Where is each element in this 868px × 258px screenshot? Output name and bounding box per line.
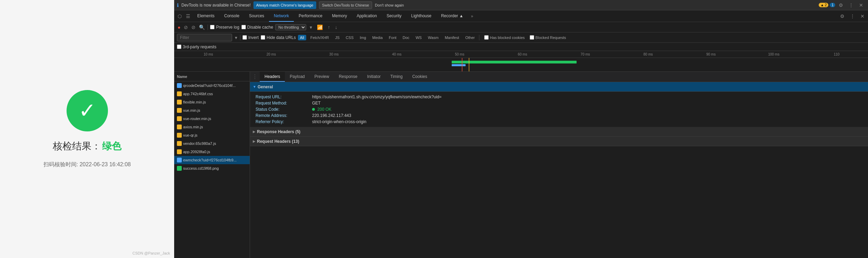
- filter-type-doc[interactable]: Doc: [401, 35, 412, 40]
- tab-application[interactable]: Application: [352, 10, 382, 22]
- filter-type-wasm[interactable]: Wasm: [426, 35, 441, 40]
- timeline-label-80: 80 ms: [617, 52, 679, 56]
- record-icon[interactable]: ●: [177, 24, 181, 31]
- tab-sources[interactable]: Sources: [244, 10, 269, 22]
- tab-network[interactable]: Network: [269, 10, 294, 22]
- stop-icon[interactable]: ⊘: [183, 24, 189, 31]
- filter-input[interactable]: [177, 34, 232, 41]
- file-item-success[interactable]: success.cd19f68.png: [174, 164, 250, 172]
- tab-console[interactable]: Console: [219, 10, 244, 22]
- timeline-graph[interactable]: [174, 58, 868, 71]
- filter-type-js[interactable]: JS: [333, 35, 342, 40]
- file-icon-ewmcheck: [177, 158, 182, 162]
- file-list-header: Name: [174, 72, 250, 81]
- filter-type-css[interactable]: CSS: [344, 35, 356, 40]
- always-match-button[interactable]: Always match Chrome's language: [253, 1, 316, 9]
- dont-show-button[interactable]: Don't show again: [375, 3, 404, 7]
- tab-security[interactable]: Security: [382, 10, 406, 22]
- filter-type-media[interactable]: Media: [370, 35, 385, 40]
- filter-type-img[interactable]: Img: [358, 35, 368, 40]
- filter-divider: [240, 35, 240, 40]
- response-headers-section[interactable]: ▶ Response Headers (5): [250, 127, 868, 137]
- settings-gear-icon[interactable]: ⚙: [838, 13, 847, 19]
- blocked-requests-label[interactable]: Blocked Requests: [530, 35, 566, 40]
- timeline-label-110: 110: [805, 52, 868, 56]
- sub-tab-headers[interactable]: Headers: [260, 72, 285, 82]
- tab-recorder[interactable]: Recorder ▲: [436, 10, 468, 22]
- invert-checkbox[interactable]: [242, 35, 247, 40]
- throttle-select[interactable]: No throttling: [275, 24, 306, 30]
- switch-devtools-button[interactable]: Switch DevTools to Chinese: [319, 1, 372, 9]
- sub-tab-response[interactable]: Response: [334, 72, 362, 82]
- preserve-log-checkbox[interactable]: [210, 25, 214, 29]
- preserve-log-label[interactable]: Preserve log: [210, 25, 239, 30]
- sub-tab-timing[interactable]: Timing: [386, 72, 408, 82]
- device-icon[interactable]: ☰: [184, 13, 192, 19]
- third-party-checkbox[interactable]: [177, 44, 181, 49]
- sub-tab-preview[interactable]: Preview: [310, 72, 334, 82]
- general-section-header[interactable]: ▼ General: [250, 82, 868, 92]
- timeline-label-10: 10 ms: [177, 52, 240, 56]
- file-item-qrcode[interactable]: qrcodeDetail?uid=f276cd104f...: [174, 81, 250, 90]
- sub-tab-payload[interactable]: Payload: [285, 72, 309, 82]
- left-panel: ✓ 核检结果： 绿色 扫码核验时间: 2022-06-23 16:42:08 C…: [0, 0, 174, 258]
- file-item-vueqr[interactable]: vue-qr.js: [174, 131, 250, 139]
- remote-address-key: Remote Address:: [256, 113, 311, 118]
- general-title: General: [258, 85, 273, 89]
- filter-icon[interactable]: ▾: [234, 34, 238, 41]
- inspect-icon[interactable]: ⬡: [176, 13, 184, 19]
- timeline-label-100: 100 ms: [742, 52, 805, 56]
- has-blocked-checkbox[interactable]: [484, 35, 489, 40]
- upload-icon[interactable]: ↑: [326, 24, 331, 31]
- tab-elements[interactable]: Elements: [192, 10, 219, 22]
- clear-icon[interactable]: ⊘: [191, 24, 196, 31]
- info-bar: ℹ DevTools is now available in Chinese! …: [174, 0, 868, 10]
- filter-type-ws[interactable]: WS: [413, 35, 424, 40]
- hide-data-urls-checkbox[interactable]: [261, 35, 265, 40]
- tab-right-icons: ⚙ ⋮ ✕: [838, 13, 867, 19]
- close-devtools-icon[interactable]: ✕: [858, 13, 867, 19]
- filter-type-all[interactable]: All: [298, 35, 306, 40]
- settings-icon[interactable]: ⚙: [837, 2, 845, 8]
- info-icon: ℹ: [177, 2, 179, 8]
- file-item-vendor[interactable]: vendor.65c980a7.js: [174, 139, 250, 148]
- third-party-label[interactable]: 3rd-party requests: [177, 44, 216, 49]
- blocked-requests-checkbox[interactable]: [530, 35, 534, 40]
- search-icon[interactable]: 🔍: [198, 24, 206, 31]
- file-item-vuerouter[interactable]: vue-router.min.js: [174, 115, 250, 123]
- filter-divider2: [479, 35, 479, 40]
- request-headers-section[interactable]: ▶ Request Headers (13): [250, 137, 868, 146]
- close-icon[interactable]: ✕: [857, 2, 865, 8]
- sub-tab-initiator[interactable]: Initiator: [362, 72, 385, 82]
- headers-content: ▼ General Request URL: https://suishenma…: [250, 82, 868, 258]
- dock-icon[interactable]: ⋮: [848, 13, 857, 19]
- tab-more-icon[interactable]: »: [468, 14, 476, 19]
- disable-cache-checkbox[interactable]: [241, 25, 246, 29]
- filter-type-other[interactable]: Other: [463, 35, 477, 40]
- sub-tab-cookies[interactable]: Cookies: [407, 72, 432, 82]
- throttle-icon[interactable]: ▾: [308, 24, 313, 31]
- file-item-vue[interactable]: vue.min.js: [174, 106, 250, 115]
- tab-performance[interactable]: Performance: [294, 10, 327, 22]
- has-blocked-label[interactable]: Has blocked cookies: [484, 35, 525, 40]
- sub-tabs: ⋮ Headers Payload Preview Response Initi…: [250, 72, 868, 82]
- file-item-app[interactable]: app.20928fa0.js: [174, 148, 250, 156]
- hide-data-urls-label[interactable]: Hide data URLs: [261, 35, 296, 40]
- filter-type-font[interactable]: Font: [387, 35, 399, 40]
- download-icon[interactable]: ↓: [333, 24, 339, 31]
- tab-lighthouse[interactable]: Lighthouse: [406, 10, 436, 22]
- file-name-flexible: flexible.min.js: [183, 100, 206, 104]
- disable-cache-label[interactable]: Disable cache: [241, 25, 273, 30]
- filter-type-manifest[interactable]: Manifest: [443, 35, 461, 40]
- invert-label[interactable]: Invert: [242, 35, 259, 40]
- filter-type-fetch[interactable]: Fetch/XHR: [308, 35, 331, 40]
- more-icon[interactable]: ⋮: [847, 2, 856, 8]
- file-item-flexible[interactable]: flexible.min.js: [174, 98, 250, 106]
- file-item-ewmcheck[interactable]: ewmcheck?uid=f276cd104fb9...: [174, 156, 250, 164]
- file-item-css[interactable]: app.742c46bf.css: [174, 90, 250, 98]
- request-method-value: GET: [312, 101, 321, 106]
- tab-memory[interactable]: Memory: [327, 10, 352, 22]
- wifi-icon[interactable]: 📶: [316, 24, 324, 31]
- timeline-label-70: 70 ms: [554, 52, 617, 56]
- file-item-axios[interactable]: axios.min.js: [174, 123, 250, 131]
